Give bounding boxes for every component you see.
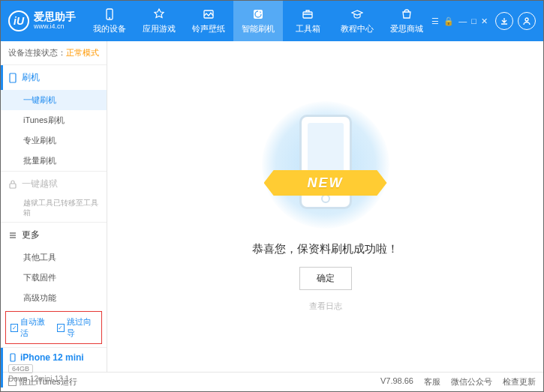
tab-label: 应用游戏 — [143, 23, 176, 34]
device-subtitle: Down-12mini-13,1 — [8, 375, 99, 383]
sidebar-head-label: 更多 — [22, 229, 40, 241]
tab-toolbox[interactable]: 工具箱 — [283, 1, 332, 41]
success-message: 恭喜您，保资料刷机成功啦！ — [252, 242, 398, 256]
wallpaper-icon — [202, 7, 215, 21]
sidebar-item-oneclick-flash[interactable]: 一键刷机 — [1, 90, 107, 110]
maximize-button[interactable]: □ — [471, 16, 476, 25]
checkbox-auto-activate[interactable]: ✓自动激活 — [11, 316, 51, 339]
device-block[interactable]: iPhone 12 mini 64GB Down-12mini-13,1 — [1, 347, 107, 388]
tab-smart-flash[interactable]: 智能刷机 — [233, 1, 283, 41]
titlebar: iU 爱思助手 www.i4.cn 我的设备 应用游戏 铃声壁纸 智能刷机 工具… — [1, 1, 543, 41]
svg-rect-7 — [10, 184, 16, 188]
tab-ringtones[interactable]: 铃声壁纸 — [184, 1, 233, 41]
footer-link-update[interactable]: 检查更新 — [503, 376, 536, 388]
svg-rect-6 — [10, 73, 16, 82]
nav-tabs: 我的设备 应用游戏 铃声壁纸 智能刷机 工具箱 教程中心 爱思商城 — [85, 1, 431, 41]
sidebar: 设备连接状态：正常模式 刷机 一键刷机 iTunes刷机 专业刷机 批量刷机 一… — [1, 41, 107, 372]
sidebar-head-label: 一键越狱 — [22, 178, 58, 190]
menu-icon[interactable]: ☰ — [431, 16, 439, 26]
download-button[interactable] — [495, 12, 513, 30]
phone-icon — [103, 7, 116, 21]
tab-label: 我的设备 — [93, 23, 126, 34]
checkbox-label: 自动激活 — [20, 316, 50, 339]
tab-label: 教程中心 — [341, 23, 374, 34]
view-log-link[interactable]: 查看日志 — [309, 301, 342, 312]
store-icon — [400, 7, 413, 21]
sidebar-item-advanced[interactable]: 高级功能 — [1, 288, 107, 308]
device-name: iPhone 12 mini — [8, 352, 99, 363]
sidebar-item-other-tools[interactable]: 其他工具 — [1, 247, 107, 268]
tab-label: 智能刷机 — [242, 23, 275, 34]
main-content: NEW 恭喜您，保资料刷机成功啦！ 确定 查看日志 — [107, 41, 543, 372]
device-name-text: iPhone 12 mini — [20, 352, 84, 363]
footer-link-wechat[interactable]: 微信公众号 — [451, 376, 492, 388]
svg-point-5 — [525, 18, 528, 21]
tab-tutorials[interactable]: 教程中心 — [332, 1, 382, 41]
phone-small-icon — [8, 73, 17, 82]
logo: iU 爱思助手 www.i4.cn — [8, 10, 85, 31]
tab-my-device[interactable]: 我的设备 — [85, 1, 134, 41]
sidebar-head-label: 刷机 — [22, 71, 40, 84]
menu-small-icon — [8, 231, 17, 240]
sidebar-head-jailbreak[interactable]: 一键越狱 — [1, 172, 107, 196]
logo-icon: iU — [8, 10, 29, 31]
sidebar-head-flash[interactable]: 刷机 — [1, 65, 107, 90]
title-right: ☰ 🔒 — □ ✕ — [431, 12, 536, 30]
body: 设备连接状态：正常模式 刷机 一键刷机 iTunes刷机 专业刷机 批量刷机 一… — [1, 41, 543, 372]
flash-icon — [251, 7, 265, 21]
new-ribbon: NEW — [264, 170, 387, 196]
tab-label: 工具箱 — [296, 23, 320, 34]
minimize-button[interactable]: — — [458, 16, 467, 25]
app-window: iU 爱思助手 www.i4.cn 我的设备 应用游戏 铃声壁纸 智能刷机 工具… — [0, 0, 544, 392]
checkbox-label: 跳过向导 — [67, 316, 97, 339]
svg-rect-4 — [303, 12, 312, 18]
jailbreak-note: 越狱工具已转移至工具箱 — [1, 196, 107, 222]
ok-button[interactable]: 确定 — [299, 267, 352, 290]
logo-url: www.i4.cn — [34, 23, 76, 31]
graduation-icon — [350, 7, 364, 21]
checkbox-skip-setup[interactable]: ✓跳过向导 — [57, 316, 98, 339]
sidebar-item-download-firmware[interactable]: 下载固件 — [1, 268, 107, 288]
success-illustration: NEW — [258, 101, 393, 229]
toolbox-icon — [301, 7, 314, 21]
apps-icon — [152, 7, 166, 21]
phone-device-icon — [8, 353, 17, 362]
tab-store[interactable]: 爱思商城 — [382, 1, 431, 41]
tab-label: 爱思商城 — [390, 23, 423, 34]
status-label: 设备连接状态： — [8, 48, 66, 57]
sidebar-item-batch-flash[interactable]: 批量刷机 — [1, 151, 107, 171]
checkbox-row: ✓自动激活 ✓跳过向导 — [5, 311, 102, 344]
tab-apps[interactable]: 应用游戏 — [134, 1, 184, 41]
version-text: V7.98.66 — [380, 376, 413, 388]
footer-link-support[interactable]: 客服 — [424, 376, 440, 388]
sidebar-item-itunes-flash[interactable]: iTunes刷机 — [1, 110, 107, 130]
sidebar-item-pro-flash[interactable]: 专业刷机 — [1, 130, 107, 151]
sidebar-head-more[interactable]: 更多 — [1, 223, 107, 247]
lock-icon[interactable]: 🔒 — [443, 16, 454, 26]
svg-rect-11 — [11, 354, 15, 361]
device-capacity: 64GB — [8, 364, 33, 373]
connection-status: 设备连接状态：正常模式 — [1, 41, 107, 64]
user-button[interactable] — [518, 12, 536, 30]
close-button[interactable]: ✕ — [481, 16, 488, 26]
tab-label: 铃声壁纸 — [192, 23, 225, 34]
lock-small-icon — [8, 180, 17, 189]
logo-name: 爱思助手 — [34, 11, 76, 22]
status-value: 正常模式 — [66, 48, 99, 57]
window-controls: ☰ 🔒 — □ ✕ — [431, 16, 488, 26]
